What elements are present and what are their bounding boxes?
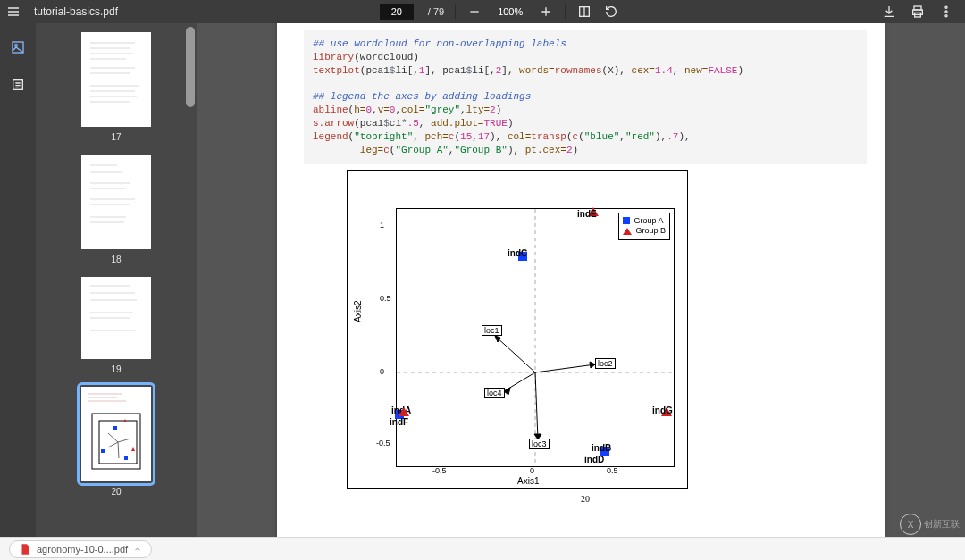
point-label: indG bbox=[652, 405, 673, 415]
svg-rect-49 bbox=[113, 426, 117, 430]
svg-point-5 bbox=[945, 11, 947, 13]
point-label: indC bbox=[508, 248, 527, 258]
svg-rect-10 bbox=[81, 32, 151, 127]
page-input[interactable] bbox=[380, 4, 414, 20]
legend-triangle-icon bbox=[623, 228, 632, 235]
watermark: X 创新互联 bbox=[900, 514, 960, 535]
point-label: indE bbox=[577, 209, 597, 219]
svg-line-58 bbox=[535, 372, 538, 439]
chevron-up-icon bbox=[133, 545, 142, 554]
ytick: 0 bbox=[380, 367, 384, 376]
menu-icon[interactable] bbox=[5, 4, 21, 20]
plot-legend: Group A Group B bbox=[618, 213, 670, 240]
page-total: / 79 bbox=[428, 6, 444, 17]
svg-marker-55 bbox=[495, 336, 500, 342]
point-label: indF bbox=[390, 417, 408, 427]
ytick: 1 bbox=[380, 221, 384, 230]
print-icon[interactable] bbox=[910, 4, 926, 20]
outline-icon[interactable] bbox=[10, 77, 26, 93]
plot-inner: loc1 loc2 loc3 loc4 indA indB indC indD … bbox=[396, 208, 675, 467]
thumb-label: 19 bbox=[111, 364, 121, 374]
download-icon[interactable] bbox=[881, 4, 897, 20]
svg-rect-47 bbox=[101, 449, 105, 453]
zoom-in-icon[interactable] bbox=[538, 4, 554, 20]
page-viewport[interactable]: ## use wordcloud for non-overlapping lab… bbox=[197, 23, 965, 537]
thumb-label: 18 bbox=[111, 255, 121, 264]
zoom-out-icon[interactable] bbox=[466, 4, 482, 20]
watermark-text: 创新互联 bbox=[924, 518, 960, 531]
ytick: -0.5 bbox=[376, 439, 390, 447]
rotate-icon[interactable] bbox=[603, 4, 619, 20]
xtick: -0.5 bbox=[432, 466, 447, 475]
legend-text: Group B bbox=[635, 226, 666, 237]
arrow-label: loc2 bbox=[595, 358, 616, 369]
svg-line-54 bbox=[495, 336, 535, 372]
point-triangle bbox=[399, 407, 409, 416]
y-axis-label: Axis2 bbox=[353, 300, 363, 322]
thumbnails-icon[interactable] bbox=[10, 39, 26, 55]
more-icon[interactable] bbox=[938, 4, 954, 20]
fit-page-icon[interactable] bbox=[576, 4, 592, 20]
thumb-label: 20 bbox=[111, 487, 121, 497]
zoom-level: 100% bbox=[493, 6, 527, 17]
svg-marker-61 bbox=[504, 388, 510, 395]
thumbnail-panel[interactable]: 17 18 19 20 bbox=[36, 23, 197, 537]
svg-line-56 bbox=[535, 364, 595, 372]
download-chip[interactable]: agronomy-10-0....pdf bbox=[9, 540, 152, 558]
file-title: tutorial-basics.pdf bbox=[34, 5, 118, 18]
xtick: 0 bbox=[530, 466, 534, 475]
watermark-logo-icon: X bbox=[900, 514, 921, 535]
arrow-label: loc3 bbox=[529, 439, 550, 449]
download-shelf: agronomy-10-0....pdf bbox=[0, 537, 965, 560]
divider bbox=[455, 4, 456, 19]
code-block: ## use wordcloud for non-overlapping lab… bbox=[304, 30, 867, 164]
scrollbar-thumb[interactable] bbox=[186, 27, 195, 107]
thumb-20[interactable] bbox=[81, 387, 151, 481]
svg-rect-21 bbox=[81, 155, 151, 249]
svg-point-6 bbox=[945, 15, 947, 17]
page-number: 20 bbox=[304, 494, 867, 504]
sidebar-rail bbox=[0, 23, 36, 537]
svg-point-4 bbox=[945, 6, 947, 8]
point-label: indB bbox=[592, 443, 611, 453]
pdf-icon bbox=[19, 543, 31, 556]
thumb-17[interactable] bbox=[81, 32, 151, 127]
download-filename: agronomy-10-0....pdf bbox=[37, 544, 128, 555]
thumb-19[interactable] bbox=[81, 277, 151, 359]
x-axis-label: Axis1 bbox=[517, 476, 539, 486]
xtick: 0.5 bbox=[607, 466, 618, 475]
svg-point-8 bbox=[15, 45, 18, 47]
pca-plot: Axis1 Axis2 loc bbox=[347, 170, 688, 489]
svg-rect-48 bbox=[124, 456, 128, 460]
pdf-page: ## use wordcloud for non-overlapping lab… bbox=[277, 23, 885, 537]
thumb-label: 17 bbox=[111, 132, 121, 142]
point-label: indD bbox=[584, 455, 604, 464]
arrow-label: loc1 bbox=[482, 325, 502, 336]
thumb-18[interactable] bbox=[81, 155, 151, 249]
divider bbox=[565, 4, 566, 19]
legend-square-icon bbox=[623, 217, 630, 224]
legend-text: Group A bbox=[634, 216, 663, 227]
ytick: 0.5 bbox=[380, 294, 391, 303]
pdf-toolbar: tutorial-basics.pdf / 79 100% bbox=[0, 0, 965, 23]
arrow-label: loc4 bbox=[484, 388, 505, 398]
